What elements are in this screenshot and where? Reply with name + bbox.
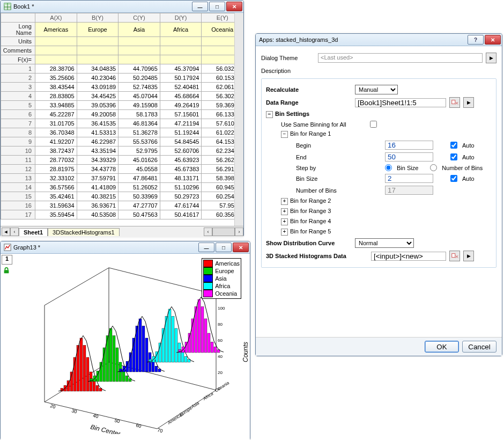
cell[interactable]: 40.38215 bbox=[77, 192, 118, 201]
graph-titlebar[interactable]: Graph13 * bbox=[1, 241, 250, 254]
layer-selector[interactable]: 1 bbox=[2, 255, 12, 265]
cell[interactable]: 47.21194 bbox=[160, 119, 202, 128]
hist-data-menu-button[interactable]: ▶ bbox=[463, 251, 474, 261]
cell[interactable]: 34.04835 bbox=[77, 64, 118, 74]
graph-canvas[interactable]: 1 Bin Center 203040506070 AmericasEurope… bbox=[1, 254, 250, 440]
column-header[interactable]: C(Y) bbox=[118, 13, 160, 23]
vertical-scrollbar[interactable] bbox=[234, 13, 243, 226]
stepby-numbins-radio[interactable] bbox=[430, 164, 437, 171]
cell[interactable]: 41.41809 bbox=[77, 183, 118, 192]
cell[interactable] bbox=[77, 55, 118, 64]
cell[interactable]: 45.22287 bbox=[35, 110, 77, 119]
cell[interactable]: 28.81975 bbox=[35, 165, 77, 174]
cell[interactable]: 58.1783 bbox=[118, 110, 160, 119]
cell[interactable]: 45.07044 bbox=[118, 92, 160, 101]
cell[interactable]: 38.72437 bbox=[35, 146, 77, 156]
cell[interactable]: 36.70348 bbox=[35, 128, 77, 137]
row-index[interactable]: 15 bbox=[1, 192, 35, 201]
row-index[interactable]: 16 bbox=[1, 201, 35, 210]
row-index[interactable]: 5 bbox=[1, 101, 35, 110]
close-button[interactable] bbox=[233, 243, 249, 252]
cancel-button[interactable]: Cancel bbox=[462, 341, 496, 353]
cell[interactable]: 50.29723 bbox=[160, 192, 202, 201]
cell[interactable]: 41.92207 bbox=[35, 137, 77, 146]
cell[interactable]: 34.39329 bbox=[77, 156, 118, 165]
column-header[interactable]: A(X) bbox=[35, 13, 77, 23]
tab-scroll-prev[interactable]: ‹ bbox=[10, 228, 19, 236]
row-index[interactable]: 3 bbox=[1, 83, 35, 92]
cell[interactable]: 35.59454 bbox=[35, 210, 77, 219]
cell[interactable]: 47.61744 bbox=[160, 201, 202, 210]
row-index[interactable]: 12 bbox=[1, 165, 35, 174]
recalculate-select[interactable]: Manual bbox=[355, 85, 398, 94]
theme-menu-button[interactable]: ▶ bbox=[486, 53, 496, 63]
cell[interactable] bbox=[77, 46, 118, 55]
collapse-icon[interactable]: − bbox=[281, 131, 288, 138]
range-picker-button[interactable] bbox=[449, 97, 460, 108]
expand-icon[interactable]: + bbox=[281, 229, 288, 236]
collapse-icon[interactable]: − bbox=[266, 111, 273, 118]
cell[interactable]: 45.68664 bbox=[160, 92, 202, 101]
dialog-titlebar[interactable]: Apps: stacked_histograms_3d bbox=[256, 34, 502, 46]
column-header[interactable]: D(Y) bbox=[160, 13, 202, 23]
cell[interactable]: 28.77032 bbox=[35, 156, 77, 165]
cell[interactable]: 45.0558 bbox=[118, 165, 160, 174]
minimize-button[interactable] bbox=[192, 2, 208, 11]
cell[interactable]: 49.20058 bbox=[77, 110, 118, 119]
worksheet-grid[interactable]: A(X)B(Y)C(Y)D(Y)E(Y) Long NameAmericasEu… bbox=[1, 13, 243, 219]
cell[interactable]: 52.60706 bbox=[160, 146, 202, 156]
cell[interactable]: 50.33969 bbox=[118, 192, 160, 201]
cell[interactable]: 43.35194 bbox=[77, 146, 118, 156]
row-index[interactable]: 8 bbox=[1, 128, 35, 137]
cell[interactable]: 41.53313 bbox=[77, 128, 118, 137]
row-index[interactable]: 6 bbox=[1, 110, 35, 119]
begin-auto-checkbox[interactable] bbox=[450, 142, 457, 149]
cell[interactable]: 40.23046 bbox=[77, 74, 118, 83]
ok-button[interactable]: OK bbox=[425, 341, 459, 353]
cell[interactable]: 55.53766 bbox=[118, 137, 160, 146]
use-same-binning-checkbox[interactable] bbox=[370, 121, 377, 128]
cell[interactable]: 49.26419 bbox=[160, 101, 202, 110]
cell[interactable] bbox=[35, 37, 77, 46]
cell[interactable]: Africa bbox=[160, 23, 202, 37]
cell[interactable] bbox=[160, 37, 202, 46]
cell[interactable]: 47.27707 bbox=[118, 201, 160, 210]
cell[interactable]: 35.25606 bbox=[35, 74, 77, 83]
cell[interactable]: 52.9795 bbox=[118, 146, 160, 156]
close-button[interactable] bbox=[485, 35, 501, 45]
cell[interactable]: 31.59634 bbox=[35, 201, 77, 210]
cell[interactable] bbox=[118, 46, 160, 55]
cell[interactable]: 45.01626 bbox=[118, 156, 160, 165]
minimize-button[interactable] bbox=[198, 243, 214, 252]
cell[interactable]: 51.36278 bbox=[118, 128, 160, 137]
workbook-titlebar[interactable]: Book1 * bbox=[1, 1, 243, 13]
help-button[interactable] bbox=[468, 35, 484, 45]
cell[interactable]: 44.70965 bbox=[118, 64, 160, 74]
lock-icon[interactable] bbox=[2, 267, 12, 274]
hscroll-left[interactable]: ‹ bbox=[204, 228, 212, 236]
cell[interactable]: 36.41535 bbox=[77, 119, 118, 128]
expand-icon[interactable]: + bbox=[281, 198, 288, 205]
cell[interactable]: 51.19244 bbox=[160, 128, 202, 137]
cell[interactable]: 36.57566 bbox=[35, 183, 77, 192]
row-index[interactable]: 7 bbox=[1, 119, 35, 128]
tab-scroll-first[interactable]: ◄ bbox=[2, 228, 10, 236]
row-index[interactable]: 10 bbox=[1, 146, 35, 156]
cell[interactable] bbox=[160, 46, 202, 55]
column-header[interactable] bbox=[1, 13, 35, 23]
expand-icon[interactable]: + bbox=[281, 208, 288, 215]
hist-data-picker-button[interactable] bbox=[449, 251, 460, 261]
cell[interactable]: 43.09189 bbox=[77, 83, 118, 92]
cell[interactable]: 49.15908 bbox=[118, 101, 160, 110]
row-index[interactable]: 2 bbox=[1, 74, 35, 83]
row-index[interactable]: 17 bbox=[1, 210, 35, 219]
stepby-binsize-radio[interactable] bbox=[385, 164, 392, 171]
maximize-button[interactable] bbox=[216, 243, 232, 252]
cell[interactable] bbox=[35, 46, 77, 55]
cell[interactable]: 57.15601 bbox=[160, 110, 202, 119]
cell[interactable]: 38.43544 bbox=[35, 83, 77, 92]
dialog-theme-input[interactable]: <Last used> bbox=[318, 53, 483, 63]
sheet-tab-sheet1[interactable]: Sheet1 bbox=[19, 228, 48, 236]
cell[interactable]: 32.33102 bbox=[35, 174, 77, 183]
cell[interactable]: 45.37094 bbox=[160, 64, 202, 74]
